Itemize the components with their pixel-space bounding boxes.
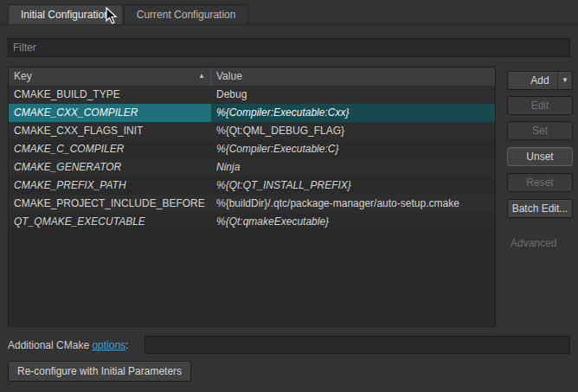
table-row[interactable]: QT_QMAKE_EXECUTABLE%{Qt:qmakeExecutable} [9, 213, 495, 231]
table-row[interactable]: CMAKE_PROJECT_INCLUDE_BEFORE%{buildDir}/… [9, 195, 495, 213]
row-value[interactable]: %{buildDir}/.qtc/package-manager/auto-se… [211, 195, 495, 213]
row-value[interactable]: Ninja [211, 158, 495, 177]
table-row[interactable]: CMAKE_BUILD_TYPEDebug [9, 86, 495, 104]
row-key[interactable]: CMAKE_CXX_FLAGS_INIT [9, 122, 211, 140]
tab-pane-divider [0, 24, 578, 25]
sort-ascending-icon: ▲ [198, 73, 205, 80]
table-row[interactable]: CMAKE_CXX_FLAGS_INIT%{Qt:QML_DEBUG_FLAG} [9, 122, 495, 140]
table-row[interactable]: CMAKE_GENERATORNinja [9, 158, 495, 177]
row-value[interactable]: Debug [211, 86, 495, 104]
additional-cmake-options-input[interactable] [144, 336, 570, 354]
row-key[interactable]: CMAKE_GENERATOR [9, 158, 211, 177]
set-button[interactable]: Set [507, 121, 573, 140]
add-button-label: Add [530, 74, 549, 87]
table-header: Key ▲ Value [9, 67, 495, 87]
configuration-table: Key ▲ Value CMAKE_BUILD_TYPEDebugCMAKE_C… [8, 67, 496, 327]
advanced-button[interactable]: Advanced [511, 237, 556, 249]
tab-initial-configuration[interactable]: Initial Configuration [8, 4, 123, 24]
options-label-suffix: : [125, 339, 128, 351]
row-key[interactable]: CMAKE_CXX_COMPILER [9, 104, 211, 122]
column-header-key-label: Key [14, 70, 32, 82]
add-dropdown-arrow-icon[interactable]: ▼ [557, 72, 572, 89]
reset-button[interactable]: Reset [507, 173, 573, 192]
row-key[interactable]: CMAKE_C_COMPILER [9, 140, 211, 158]
row-key[interactable]: CMAKE_BUILD_TYPE [9, 86, 211, 104]
row-value[interactable]: %{Qt:qmakeExecutable} [211, 213, 495, 231]
column-header-value-label: Value [216, 70, 242, 82]
reconfigure-button[interactable]: Re-configure with Initial Parameters [8, 361, 191, 382]
row-key[interactable]: CMAKE_PREFIX_PATH [9, 177, 211, 195]
table-row[interactable]: CMAKE_C_COMPILER%{Compiler:Executable:C} [9, 140, 495, 158]
filter-input[interactable] [8, 38, 570, 57]
additional-cmake-options-label: Additional CMake options: [8, 339, 128, 351]
unset-button[interactable]: Unset [507, 147, 573, 166]
options-link[interactable]: options [92, 339, 125, 351]
table-row[interactable]: CMAKE_PREFIX_PATH%{Qt:QT_INSTALL_PREFIX} [9, 177, 495, 195]
tab-current-configuration[interactable]: Current Configuration [124, 4, 249, 24]
table-body: CMAKE_BUILD_TYPEDebugCMAKE_CXX_COMPILER%… [9, 86, 495, 326]
options-label-prefix: Additional CMake [8, 339, 92, 351]
cmake-configuration-panel: Initial Configuration Current Configurat… [0, 0, 578, 392]
row-value[interactable]: %{Compiler:Executable:Cxx} [211, 104, 495, 122]
row-key[interactable]: CMAKE_PROJECT_INCLUDE_BEFORE [9, 195, 211, 213]
row-value[interactable]: %{Compiler:Executable:C} [211, 140, 495, 158]
row-value[interactable]: %{Qt:QML_DEBUG_FLAG} [211, 122, 495, 140]
table-row[interactable]: CMAKE_CXX_COMPILER%{Compiler:Executable:… [9, 104, 495, 122]
edit-button[interactable]: Edit [507, 96, 573, 115]
column-header-key[interactable]: Key ▲ [9, 67, 211, 86]
add-button[interactable]: Add ▼ [507, 71, 573, 90]
batch-edit-button[interactable]: Batch Edit... [507, 199, 573, 218]
row-key[interactable]: QT_QMAKE_EXECUTABLE [9, 213, 211, 231]
column-header-value[interactable]: Value [211, 67, 495, 86]
configuration-tabbar: Initial Configuration Current Configurat… [8, 4, 249, 24]
row-value[interactable]: %{Qt:QT_INSTALL_PREFIX} [211, 177, 495, 195]
